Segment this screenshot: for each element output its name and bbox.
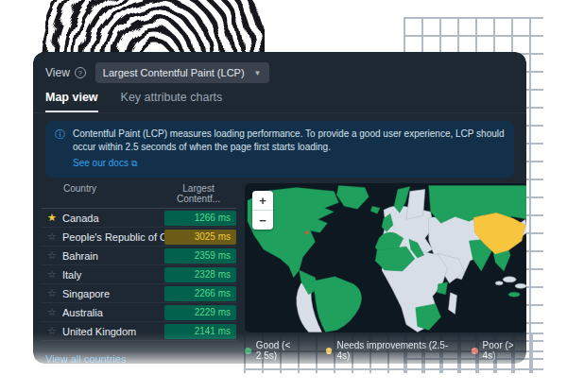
poor-dot-icon xyxy=(472,348,478,354)
table-row[interactable]: ☆ Singapore 2266 ms xyxy=(42,284,236,303)
lcp-value-badge: 2141 ms xyxy=(164,324,236,339)
lcp-value-badge: 2266 ms xyxy=(164,286,236,301)
star-icon[interactable]: ★ xyxy=(42,212,62,224)
lcp-value-badge: 2328 ms xyxy=(164,267,236,282)
good-dot-icon xyxy=(245,348,251,354)
legend-label: Poor (> 4s) xyxy=(483,340,528,361)
legend-label: Good (< 2.5s) xyxy=(256,340,313,361)
world-map[interactable]: + − xyxy=(245,183,528,332)
callout-message: Contentful Paint (LCP) measures loading … xyxy=(73,128,505,152)
star-icon[interactable]: ☆ xyxy=(42,306,62,318)
country-name: United Kingdom xyxy=(62,326,164,337)
lcp-value-badge: 2359 ms xyxy=(164,248,236,264)
map-marker[interactable] xyxy=(305,230,309,234)
main-content: Country Largest Contentf... ★ Canada 126… xyxy=(33,183,526,365)
country-name: Singapore xyxy=(62,288,164,299)
star-icon[interactable]: ☆ xyxy=(42,287,62,299)
info-icon: ⓘ xyxy=(55,128,65,170)
tab-key-attribute-charts[interactable]: Key attribute charts xyxy=(121,91,223,112)
country-name: Australia xyxy=(62,307,164,318)
see-docs-link[interactable]: See our docs xyxy=(73,157,129,170)
table-header: Country Largest Contentf... xyxy=(42,183,236,209)
legend-label: Needs improvements (2.5-4s) xyxy=(336,340,457,361)
lcp-value-badge: 3025 ms xyxy=(164,230,236,245)
legend-item-needs-improvements: Needs improvements (2.5-4s) xyxy=(326,340,458,361)
metric-select-dropdown[interactable]: Largest Contentful Paint (LCP) ▼ xyxy=(95,62,269,83)
world-map-svg xyxy=(245,183,528,332)
country-name: Canada xyxy=(62,213,164,224)
table-row[interactable]: ☆ Bahrain 2359 ms xyxy=(42,247,236,265)
table-row[interactable]: ☆ People's Republic of China 3025 ms xyxy=(42,228,236,247)
map-panel: + − Good (< 2.5s) Needs improvements (2.… xyxy=(245,183,528,365)
view-toolbar: View ? Largest Contentful Paint (LCP) ▼ xyxy=(33,52,526,83)
zoom-in-button[interactable]: + xyxy=(252,191,273,210)
page: View ? Largest Contentful Paint (LCP) ▼ … xyxy=(0,0,567,392)
legend-item-good: Good (< 2.5s) xyxy=(245,340,313,361)
help-icon[interactable]: ? xyxy=(75,67,86,78)
tab-bar: Map view Key attribute charts xyxy=(33,91,526,113)
lcp-value-badge: 2229 ms xyxy=(164,305,236,320)
star-icon[interactable]: ☆ xyxy=(42,268,62,281)
table-row[interactable]: ★ Canada 1266 ms xyxy=(42,209,236,228)
app-panel: View ? Largest Contentful Paint (LCP) ▼ … xyxy=(33,52,526,364)
chevron-down-icon: ▼ xyxy=(254,69,262,77)
view-all-countries-link[interactable]: View all countries xyxy=(45,353,236,365)
table-row[interactable]: ☆ Italy 2328 ms xyxy=(42,265,236,284)
external-link-icon: ⧉ xyxy=(131,159,137,168)
star-icon[interactable]: ☆ xyxy=(42,230,62,243)
country-name: People's Republic of China xyxy=(62,231,164,243)
needs-improvements-dot-icon xyxy=(326,348,333,354)
lcp-info-callout: ⓘ Contentful Paint (LCP) measures loadin… xyxy=(45,121,514,178)
metric-select-value: Largest Contentful Paint (LCP) xyxy=(103,67,245,78)
country-table: Country Largest Contentf... ★ Canada 126… xyxy=(42,183,236,365)
table-row[interactable]: ☆ Australia 2229 ms xyxy=(42,303,236,322)
country-name: Bahrain xyxy=(62,250,164,262)
tab-map-view[interactable]: Map view xyxy=(45,91,98,112)
callout-body: Contentful Paint (LCP) measures loading … xyxy=(73,128,505,170)
map-legend: Good (< 2.5s) Needs improvements (2.5-4s… xyxy=(245,340,528,361)
star-icon[interactable]: ☆ xyxy=(42,249,62,262)
view-label: View xyxy=(45,66,70,79)
star-icon[interactable]: ☆ xyxy=(42,325,62,337)
table-row[interactable]: ☆ United Kingdom 2141 ms xyxy=(42,322,236,341)
column-lcp: Largest Contentf... xyxy=(161,183,236,204)
country-name: Italy xyxy=(62,269,164,281)
lcp-value-badge: 1266 ms xyxy=(164,211,236,226)
map-zoom-control: + − xyxy=(252,191,273,230)
zoom-out-button[interactable]: − xyxy=(252,211,273,230)
legend-item-poor: Poor (> 4s) xyxy=(472,340,528,361)
column-country: Country xyxy=(42,183,161,204)
